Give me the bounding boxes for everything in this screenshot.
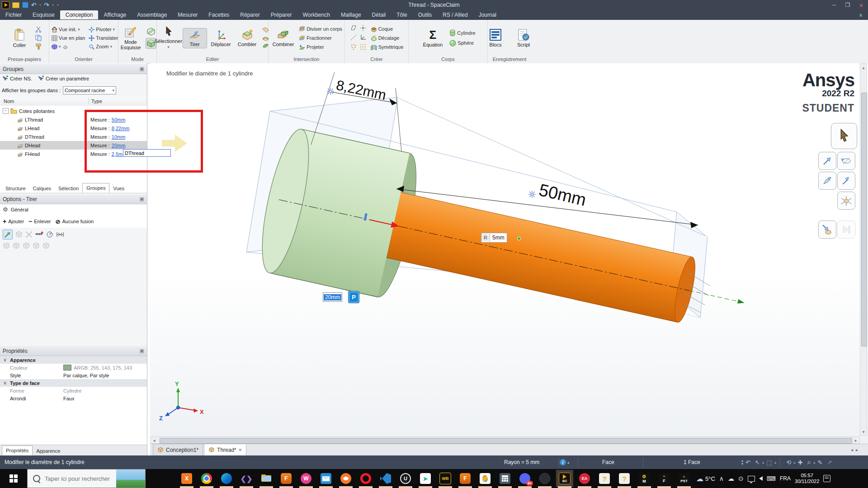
menu-assemblage[interactable]: Assemblage xyxy=(132,10,172,19)
pull-shape-1[interactable] xyxy=(3,242,10,249)
offset-button[interactable]: Décalage xyxy=(371,34,399,42)
language-indicator[interactable]: FRA xyxy=(780,475,791,482)
head-length-dimension[interactable]: 8,22mm xyxy=(335,77,388,103)
pin-icon[interactable]: ▣ xyxy=(140,66,144,72)
gauge-tool[interactable] xyxy=(46,231,53,238)
tab-groupes[interactable]: Groupes xyxy=(82,183,109,193)
pull-shape-2[interactable] xyxy=(13,242,20,249)
create-ns-button[interactable]: Créer NS. xyxy=(2,75,32,82)
app-unreal-engine[interactable]: U xyxy=(400,473,411,484)
radius-value-field[interactable]: 5mm xyxy=(490,235,507,241)
pan-icon[interactable]: ✚ xyxy=(798,459,803,466)
app-help-doc-1[interactable]: ? xyxy=(599,473,610,484)
options-general-row[interactable]: ⚙Général xyxy=(3,206,28,213)
view-home-button[interactable]: Vue init.▾ xyxy=(52,25,80,33)
split-face-button[interactable]: Fractionner xyxy=(299,34,332,42)
horizontal-scrollbar[interactable]: ◂ ▸ xyxy=(150,436,860,444)
tree-row-dhead[interactable]: DHead Mesure :20mm xyxy=(0,141,147,150)
weather-widget[interactable]: ☁5°C xyxy=(696,474,715,483)
tab-scroll-right-icon[interactable]: ▸ xyxy=(856,447,858,452)
scroll-down-icon[interactable]: ▾ xyxy=(860,428,867,435)
pull-shape-3[interactable] xyxy=(23,242,30,249)
undo-view-icon[interactable]: ↶ xyxy=(745,459,750,466)
scroll-right-icon[interactable]: ▸ xyxy=(852,438,859,443)
section-mode-icon[interactable] xyxy=(146,27,156,36)
viewport-3d[interactable]: 8,22mm 50mm Y X Z xyxy=(150,63,868,444)
app-ea[interactable]: EA xyxy=(579,473,590,484)
expander-icon[interactable]: − xyxy=(3,108,9,114)
gray-arrow-icon[interactable]: ↗ xyxy=(827,459,832,466)
app-google-chrome[interactable] xyxy=(201,473,212,484)
select-mode-icon[interactable]: ↖ xyxy=(755,459,760,466)
play-to-end-button[interactable] xyxy=(837,221,855,239)
property-row-style[interactable]: StylePar calque, Par style xyxy=(0,371,147,380)
shell-button[interactable]: Coque xyxy=(371,25,393,33)
doc-tab-thread[interactable]: Thread* × xyxy=(204,444,246,455)
vertical-scroll-thumb[interactable] xyxy=(861,93,867,347)
menu-conception[interactable]: Conception xyxy=(60,10,99,19)
measure-value-link[interactable]: 10mm xyxy=(112,134,126,140)
start-button[interactable] xyxy=(0,469,27,488)
menu-affichage[interactable]: Affichage xyxy=(98,10,132,19)
search-box[interactable] xyxy=(27,469,146,488)
zoom-button[interactable]: Zoom▾ xyxy=(89,42,112,51)
project-button[interactable]: Projeter xyxy=(299,43,324,51)
cylinder-button[interactable]: Cylindre xyxy=(449,29,475,37)
surface-patch-icon[interactable] xyxy=(262,42,269,49)
section-chevron-icon[interactable]: ∨ xyxy=(0,380,10,386)
blocks-button[interactable]: Blocs xyxy=(483,28,508,49)
dots-small-icon[interactable] xyxy=(350,43,357,51)
section-face-type[interactable]: ∨Type de face xyxy=(0,379,147,387)
property-row-fillet[interactable]: ArrondiFaux xyxy=(0,394,147,403)
view-cube-button[interactable]: ▾ xyxy=(52,42,68,51)
search-highlight-image[interactable] xyxy=(116,469,145,488)
pin-icon[interactable]: ▣ xyxy=(140,196,144,202)
line-icon[interactable] xyxy=(350,34,357,41)
tree-row-lhead[interactable]: LHead Mesure :8,22mm xyxy=(0,124,147,132)
menu-preparer[interactable]: Préparer xyxy=(265,10,297,19)
menu-workbench[interactable]: Workbench xyxy=(297,10,335,19)
pull-shape-5[interactable] xyxy=(42,242,50,249)
tab-apparence[interactable]: Apparence xyxy=(33,446,64,455)
selection-info-button[interactable]: i ▴ xyxy=(560,459,570,465)
menu-journal[interactable]: Journal xyxy=(473,10,502,19)
combine-button[interactable]: Combiner xyxy=(271,28,296,48)
paste-button[interactable]: Coller xyxy=(7,27,32,49)
diameter-edit-box[interactable]: 20mm xyxy=(323,292,342,302)
dimension-drag-star-icon[interactable] xyxy=(327,88,334,95)
measure-value-link[interactable]: 2,5m xyxy=(112,151,123,157)
menu-tole[interactable]: Tôle xyxy=(391,10,412,19)
menu-detail[interactable]: Détail xyxy=(367,10,392,19)
close-button[interactable]: × xyxy=(854,0,868,10)
tree-row-dthread[interactable]: DThread Mesure :10mm xyxy=(0,132,147,141)
tab-calques[interactable]: Calques xyxy=(29,184,55,193)
spin-button[interactable]: Pivoter▾ xyxy=(89,25,115,33)
equation-button[interactable]: Σ Équation xyxy=(420,28,445,49)
menu-esquisse[interactable]: Esquisse xyxy=(27,10,60,19)
section-chevron-icon[interactable]: ∨ xyxy=(0,357,10,363)
section-view-icon[interactable] xyxy=(62,44,68,50)
box-select-icon[interactable]: ⬚ xyxy=(766,459,772,466)
app-spaceclaim-active[interactable]: SC xyxy=(559,473,571,484)
select-body-tool-button[interactable] xyxy=(818,221,836,239)
search-input[interactable] xyxy=(44,475,113,483)
select-button[interactable]: Sélectionner▾ xyxy=(156,25,181,51)
menu-facettes[interactable]: Facettes xyxy=(203,10,235,19)
minimize-button[interactable]: ─ xyxy=(827,0,841,10)
section-appearance[interactable]: ∨Apparence xyxy=(0,356,147,364)
scroll-left-icon[interactable]: ◂ xyxy=(151,438,158,443)
parameter-name-input[interactable] xyxy=(123,149,171,157)
volume-icon[interactable] xyxy=(759,476,763,481)
snip-tool-icon[interactable]: ⊙ xyxy=(738,475,744,482)
sketch-mode-button[interactable]: ModeEsquisse xyxy=(118,25,143,52)
replace-icon[interactable] xyxy=(262,35,269,41)
orbit-icon[interactable]: ⟲ xyxy=(786,459,791,466)
app-ansys-fluent[interactable]: ≈F xyxy=(658,473,670,484)
maximize-button[interactable]: ❐ xyxy=(841,0,854,10)
explode-tool-button[interactable] xyxy=(837,192,855,210)
clock[interactable]: 05:5730/11/2022 xyxy=(795,473,819,484)
point-icon[interactable] xyxy=(359,24,367,32)
app-fusion-360[interactable]: F xyxy=(280,473,292,484)
app-ansys-workbench[interactable]: WB xyxy=(439,473,451,484)
radius-callout[interactable]: R 5mm xyxy=(481,233,507,243)
